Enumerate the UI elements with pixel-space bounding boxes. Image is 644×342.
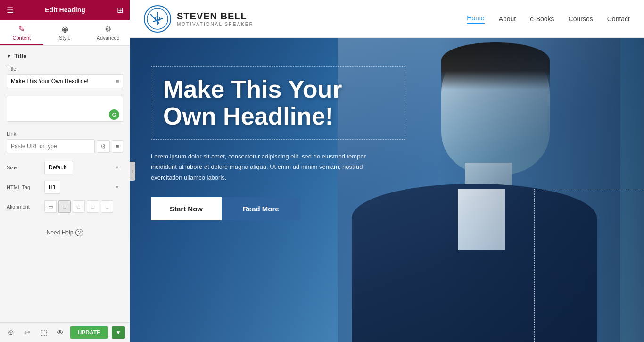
title-input[interactable]	[7, 74, 123, 88]
size-select-wrapper: Default Small Medium Large	[44, 161, 123, 174]
size-select[interactable]: Default Small Medium Large	[44, 161, 73, 174]
hero-section: Make This Your Own Headline! Lorem ipsum…	[130, 38, 644, 342]
collapse-handle[interactable]: ‹	[130, 162, 135, 181]
align-justify-button[interactable]: ≡	[101, 200, 113, 213]
link-row: ⚙ ≡	[7, 139, 123, 153]
panel-header: ☰ Edit Heading ⊞	[0, 0, 130, 20]
help-circle-icon: ?	[75, 229, 83, 236]
advanced-tab-label: Advanced	[97, 35, 120, 41]
panel-bottom-bar: ⊕ ↩ ⬚ 👁 UPDATE ▼	[0, 322, 130, 342]
alignment-row: Alignment ▭ ≡ ≡ ≡ ≡	[7, 200, 123, 213]
html-tag-select-wrapper: H1 H2 H3	[44, 181, 123, 194]
hero-headline: Make This Your Own Headline!	[163, 76, 393, 130]
logo-area: STEVEN BELL MOTIVATIONAL SPEAKER	[144, 5, 254, 33]
content-tab-label: Content	[13, 35, 31, 41]
alignment-screen-icon: ▭	[44, 200, 57, 213]
brand-name: STEVEN BELL	[177, 11, 254, 22]
advanced-tab-icon: ⚙	[105, 25, 111, 33]
selection-box	[534, 189, 644, 342]
content-tab-icon: ✎	[18, 25, 25, 33]
size-row: Size Default Small Medium Large	[7, 161, 123, 174]
panel-tabs: ✎ Content ◉ Style ⚙ Advanced	[0, 20, 130, 46]
need-help-label: Need Help	[47, 229, 74, 236]
responsive-icon[interactable]: ⬚	[37, 328, 50, 337]
update-arrow-button[interactable]: ▼	[112, 326, 125, 339]
brand-sub: MOTIVATIONAL SPEAKER	[177, 22, 254, 27]
title-field-label: Title	[7, 66, 123, 72]
tab-content[interactable]: ✎ Content	[0, 20, 43, 45]
title-textarea[interactable]	[7, 96, 123, 122]
html-tag-row: HTML Tag H1 H2 H3	[7, 181, 123, 194]
layers-icon[interactable]: ⊕	[5, 328, 17, 337]
link-list-button[interactable]: ≡	[112, 140, 123, 153]
eye-icon[interactable]: 👁	[54, 328, 66, 336]
need-help[interactable]: Need Help ?	[7, 219, 123, 241]
alignment-label: Alignment	[7, 204, 44, 209]
style-tab-label: Style	[59, 35, 70, 41]
link-gear-button[interactable]: ⚙	[97, 140, 110, 153]
section-arrow-icon: ▼	[7, 53, 11, 58]
tab-style[interactable]: ◉ Style	[43, 20, 87, 45]
tab-advanced[interactable]: ⚙ Advanced	[86, 20, 130, 45]
left-panel: ☰ Edit Heading ⊞ ✎ Content ◉ Style ⚙ Adv…	[0, 0, 130, 342]
nav-link-about[interactable]: About	[499, 15, 516, 23]
align-center-button[interactable]: ≡	[73, 200, 85, 213]
nav-links: Home About e-Books Courses Contact	[467, 14, 630, 24]
hero-body-text: Lorem ipsum dolor sit amet, consectetur …	[151, 151, 387, 183]
panel-title: Edit Heading	[45, 6, 85, 14]
nav-link-ebooks[interactable]: e-Books	[530, 15, 554, 23]
title-field-wrapper: ≡	[7, 74, 123, 88]
read-more-button[interactable]: Read More	[222, 197, 300, 220]
google-icon[interactable]: G	[109, 109, 119, 120]
right-content: STEVEN BELL MOTIVATIONAL SPEAKER Home Ab…	[130, 0, 644, 342]
brand-text: STEVEN BELL MOTIVATIONAL SPEAKER	[177, 11, 254, 27]
title-textarea-wrapper: G	[7, 96, 123, 124]
style-tab-icon: ◉	[62, 25, 68, 33]
align-right-button[interactable]: ≡	[87, 200, 99, 213]
align-left-button[interactable]: ≡	[58, 200, 71, 213]
nav-link-home[interactable]: Home	[467, 14, 484, 24]
link-field-label: Link	[7, 131, 123, 137]
section-title-label: Title	[14, 52, 27, 59]
headline-box: Make This Your Own Headline!	[151, 66, 405, 140]
link-input[interactable]	[7, 139, 95, 153]
section-title: ▼ Title	[7, 52, 123, 59]
update-button[interactable]: UPDATE	[70, 326, 108, 339]
history-icon[interactable]: ↩	[21, 328, 34, 337]
logo-icon	[144, 5, 171, 33]
html-tag-label: HTML Tag	[7, 184, 44, 190]
html-tag-select[interactable]: H1 H2 H3	[44, 181, 60, 194]
grid-icon[interactable]: ⊞	[117, 6, 123, 15]
hamburger-icon[interactable]: ☰	[7, 6, 13, 15]
nav-link-contact[interactable]: Contact	[607, 15, 630, 23]
start-now-button[interactable]: Start Now	[151, 197, 222, 220]
nav-link-courses[interactable]: Courses	[569, 15, 593, 23]
panel-body: ▼ Title Title ≡ G Link ⚙ ≡ Size Default …	[0, 46, 130, 322]
title-list-icon[interactable]: ≡	[116, 78, 119, 85]
size-label: Size	[7, 165, 44, 170]
top-nav: STEVEN BELL MOTIVATIONAL SPEAKER Home Ab…	[130, 0, 644, 38]
